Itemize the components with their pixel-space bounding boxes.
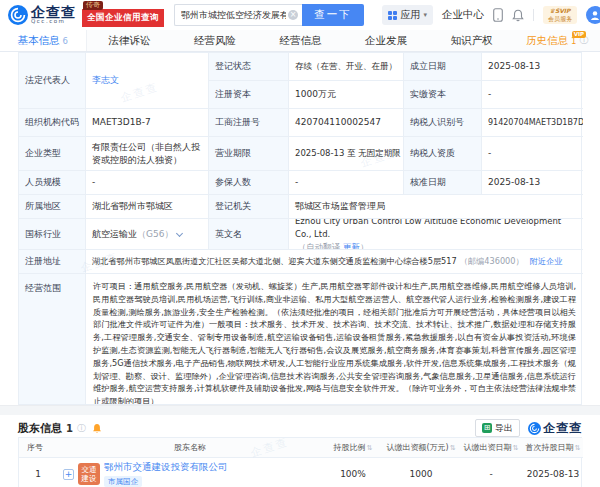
tab-basic-info[interactable]: 基本信息 6 [0, 30, 87, 51]
shareholder-company-link[interactable]: 鄂州市交通建设投资有限公司 [104, 461, 228, 474]
shareholders-title: 股东信息 [18, 421, 62, 436]
holding-ratio: 100% [323, 458, 383, 487]
field-label: 营业期限 [209, 137, 289, 171]
business-term-value: 2025-08-13 至 无固定期限 [289, 137, 404, 171]
search-bar: × 查一下 [174, 4, 364, 26]
registration-authority-value: 鄂城区市场监督管理局 [289, 195, 583, 219]
shareholders-table-header: 序号 股东名称 持股比例⇅ 认缴出资额(万元)⇅ 认缴出资日期⇅ 首次持股日期⇅ [19, 438, 581, 458]
info-icon[interactable]: ⓘ [77, 424, 86, 433]
logo-name: 企查查 [31, 5, 76, 19]
legal-representative-link[interactable]: 李志文 [92, 74, 119, 87]
field-label: 所属地区 [19, 195, 86, 219]
field-label: 纳税人识别号 [404, 109, 482, 137]
apps-grid-icon [388, 11, 397, 20]
slogan-banner: 全国企业信用查询 [82, 9, 164, 27]
postcode: （邮编436000） [460, 255, 524, 268]
auto-translate-note: （自动翻译 [298, 241, 341, 251]
industry-name: 航空运输业 [92, 228, 137, 241]
section-divider [0, 405, 600, 415]
shareholder-avatar: 交通 建设 [78, 463, 100, 485]
approval-date-value: 2025-08-13 [482, 171, 583, 195]
field-label: 参保人数 [209, 171, 289, 195]
subscribe-bell-icon[interactable] [92, 423, 102, 434]
registered-address-value: 湖北省鄂州市鄂城区凤凰街道文汇社区吴都大道北侧、迎宾大道东侧交通质监检测中心综合… [86, 250, 583, 274]
header-nav: 应用 ▾ 企业中心 ♛SVIP 会员服务 [382, 5, 592, 25]
apps-label: 应用 [400, 8, 420, 22]
search-input[interactable] [174, 4, 302, 26]
qichacha-watermark-brand: 企查查 [528, 420, 582, 437]
mobile-phone-icon[interactable] [493, 8, 503, 22]
svip-sublabel: 会员服务 [548, 16, 572, 23]
vip-badge: VIP [572, 31, 586, 38]
notification-bell-icon[interactable] [512, 9, 524, 22]
logo-domain: Qcc.com [31, 19, 76, 25]
shareholder-row: 1 + 交通 建设 鄂州市交通建设投资有限公司 市属国企 100% 1000 -… [19, 458, 581, 487]
customer-service-icon[interactable] [586, 6, 600, 24]
basic-info-table: 法定代表人 李志文 登记状态 存续（在营、开业、在册） 成立日期 2025-08… [18, 52, 582, 405]
header-divider [533, 9, 534, 21]
enterprise-center-link[interactable]: 企业中心 [442, 8, 484, 22]
paid-in-capital-value: - [482, 81, 583, 109]
contribution-date: - [459, 458, 523, 487]
apps-dropdown[interactable]: 应用 ▾ [382, 5, 433, 25]
legal-representative-value: 李志文 [86, 53, 209, 109]
company-tab-bar: 基本信息 6 法律诉讼 经营风险 经营信息 企业发展 知识产权 VIP 历史信息… [0, 30, 600, 52]
state-owned-tag: 市属国企 [104, 476, 142, 487]
tab-operating-risk[interactable]: 经营风险 [172, 30, 258, 51]
establishment-date-value: 2025-08-13 [482, 53, 583, 81]
sort-icon: ⇅ [450, 444, 456, 452]
tab-label: 知识产权 [451, 34, 493, 48]
tab-history-info[interactable]: VIP 历史信息 1 ⓘ [514, 30, 600, 51]
export-label: 导出 [495, 422, 513, 435]
first-holding-date: 2025-08-13 [523, 458, 583, 487]
chevron-down-icon[interactable] [176, 229, 183, 236]
registered-capital-value: 1000万元 [289, 81, 404, 109]
tab-business-info[interactable]: 经营信息 [258, 30, 344, 51]
shareholder-name-cell: + 交通 建设 鄂州市交通建设投资有限公司 市属国企 [57, 458, 323, 487]
nearby-companies-link[interactable]: 附近企业 [530, 255, 563, 268]
svip-label: SVIP [555, 7, 571, 14]
sort-icon: ⇅ [367, 444, 373, 452]
tab-legal-litigation[interactable]: 法律诉讼 [87, 30, 173, 51]
english-name-text: Ezhou City Urban Control Low Altitude Ec… [295, 219, 577, 241]
update-translation-link[interactable]: 更新 [343, 241, 360, 251]
column-header-contribution-date[interactable]: 认缴出资日期⇅ [459, 438, 523, 458]
tab-label: 企业发展 [365, 34, 407, 48]
shareholders-count: 1 [66, 423, 73, 434]
staff-size-value: - [86, 171, 209, 195]
qichacha-company-page: 企查查 Qcc.com 传奇 全国企业信用查询 × 查一下 应用 ▾ 企业中心 [0, 0, 600, 487]
company-type-value: 有限责任公司（非自然人投资或控股的法人独资） [86, 137, 209, 171]
tab-label: 历史信息 [526, 34, 568, 48]
logo-text[interactable]: 企查查 Qcc.com [31, 5, 76, 25]
tab-label: 基本信息 [18, 34, 60, 48]
shareholders-section: 股东信息 1 ⓘ ⊞ 导出 [18, 415, 582, 487]
clear-search-icon[interactable]: × [288, 10, 298, 20]
taxpayer-id-value: 91420704MAET3D1B7D [482, 109, 583, 137]
brand-name: 企查查 [543, 420, 582, 437]
column-header-first-holding-date[interactable]: 首次持股日期⇅ [523, 438, 583, 458]
column-header-amount[interactable]: 认缴出资额(万元)⇅ [383, 438, 459, 458]
tab-company-development[interactable]: 企业发展 [343, 30, 429, 51]
qichacha-logo-icon[interactable] [8, 5, 28, 25]
column-header-no: 序号 [19, 438, 57, 458]
slogan-block: 传奇 全国企业信用查询 [82, 9, 164, 27]
field-label: 成立日期 [404, 53, 482, 81]
promo-tag: 传奇 [83, 1, 103, 10]
tab-intellectual-property[interactable]: 知识产权 [429, 30, 515, 51]
top-header: 企查查 Qcc.com 传奇 全国企业信用查询 × 查一下 应用 ▾ 企业中心 [0, 0, 600, 30]
shareholders-table: 序号 股东名称 持股比例⇅ 认缴出资额(万元)⇅ 认缴出资日期⇅ 首次持股日期⇅… [18, 437, 582, 487]
column-header-ratio[interactable]: 持股比例⇅ [323, 438, 383, 458]
caret-down-icon: ▾ [423, 11, 427, 19]
expand-icon[interactable]: + [63, 469, 74, 480]
field-label: 组织机构代码 [19, 109, 86, 137]
field-label: 法定代表人 [19, 53, 86, 109]
export-button[interactable]: ⊞ 导出 [475, 419, 520, 437]
search-button[interactable]: 查一下 [302, 4, 364, 26]
excel-icon: ⊞ [482, 423, 492, 433]
svip-badge[interactable]: ♛SVIP 会员服务 [543, 6, 577, 24]
row-index: 1 [19, 458, 57, 487]
business-scope-value: 许可项目：通用航空服务,民用航空器（发动机、螺旋桨）生产,民用航空器零部件设计和… [86, 274, 583, 404]
industry-value: 航空运输业 （G56） [86, 219, 209, 250]
field-label: 纳税人资质 [404, 137, 482, 171]
sort-icon: ⇅ [575, 444, 581, 452]
